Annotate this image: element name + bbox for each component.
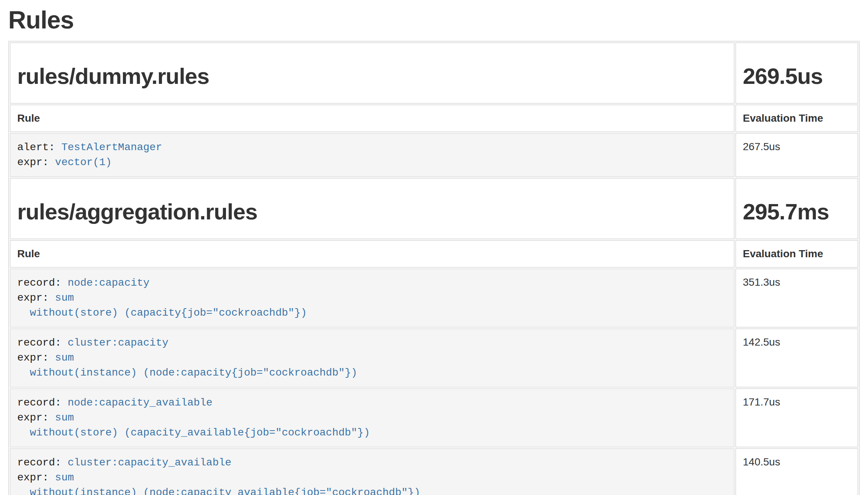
record-key-label: record: bbox=[17, 277, 67, 289]
rule-evaluation-time: 140.5us bbox=[735, 448, 858, 495]
rule-code: alert: TestAlertManager expr: vector(1) bbox=[10, 134, 734, 176]
rule-evaluation-time: 351.3us bbox=[735, 268, 858, 328]
expr-key-label: expr: bbox=[17, 352, 55, 364]
rule-row: record: cluster:capacity expr: sum witho… bbox=[10, 328, 858, 388]
rule-definition-cell: alert: TestAlertManager expr: vector(1) bbox=[10, 133, 735, 177]
rule-column-header: Rule bbox=[10, 240, 735, 268]
alert-key-label: alert: bbox=[17, 142, 61, 153]
rule-row: record: node:capacity expr: sum without(… bbox=[10, 268, 858, 328]
rule-evaluation-time: 142.5us bbox=[735, 328, 858, 388]
expr-link[interactable]: sum bbox=[55, 472, 74, 483]
record-key-label: record: bbox=[17, 457, 67, 468]
alert-name-link[interactable]: TestAlertManager bbox=[61, 142, 162, 153]
rule-group-file: rules/aggregation.rules bbox=[17, 200, 727, 224]
rule-definition-cell: record: node:capacity_available expr: su… bbox=[10, 388, 735, 447]
record-key-label: record: bbox=[17, 337, 67, 349]
rule-group-evaluation-time: 295.7ms bbox=[743, 200, 851, 224]
expr-link[interactable]: sum bbox=[55, 292, 74, 304]
expr-link[interactable]: vector(1) bbox=[55, 157, 112, 168]
rule-definition-cell: record: cluster:capacity expr: sum witho… bbox=[10, 328, 735, 388]
rules-table: rules/dummy.rules 269.5us Rule Evaluatio… bbox=[8, 41, 860, 495]
record-name-link[interactable]: node:capacity bbox=[67, 277, 149, 289]
page-title: Rules bbox=[8, 7, 860, 33]
rule-evaluation-time: 267.5us bbox=[735, 133, 858, 177]
rule-column-header: Rule bbox=[10, 104, 735, 132]
rule-group-file-cell: rules/dummy.rules bbox=[10, 42, 735, 104]
expr-key-label: expr: bbox=[17, 292, 55, 304]
expr-key-label: expr: bbox=[17, 472, 55, 483]
rule-definition-cell: record: cluster:capacity_available expr:… bbox=[10, 448, 735, 495]
record-name-link[interactable]: node:capacity_available bbox=[67, 397, 212, 409]
rule-row: record: node:capacity_available expr: su… bbox=[10, 388, 858, 447]
rule-group-evaluation-time-cell: 269.5us bbox=[735, 42, 858, 104]
rule-code: record: node:capacity_available expr: su… bbox=[10, 389, 734, 447]
rule-code: record: cluster:capacity expr: sum witho… bbox=[10, 329, 734, 387]
expr-key-label: expr: bbox=[17, 412, 55, 423]
expr-continuation-link[interactable]: without(instance) (node:capacity_availab… bbox=[17, 487, 420, 495]
rule-row: alert: TestAlertManager expr: vector(1) … bbox=[10, 133, 858, 177]
record-key-label: record: bbox=[17, 397, 67, 409]
rule-evaluation-time: 171.7us bbox=[735, 388, 858, 447]
expr-link[interactable]: sum bbox=[55, 412, 74, 423]
rule-row: record: cluster:capacity_available expr:… bbox=[10, 448, 858, 495]
rule-group-file-cell: rules/aggregation.rules bbox=[10, 178, 735, 239]
expr-continuation-link[interactable]: without(store) (capacity{job="cockroachd… bbox=[17, 307, 307, 319]
expr-continuation-link[interactable]: without(instance) (node:capacity{job="co… bbox=[17, 367, 357, 379]
rules-page: Rules rules/dummy.rules 269.5us Rule Eva… bbox=[0, 0, 868, 495]
rule-group-evaluation-time-cell: 295.7ms bbox=[735, 178, 858, 239]
rule-group-file: rules/dummy.rules bbox=[17, 64, 727, 89]
column-header-row: Rule Evaluation Time bbox=[10, 240, 858, 268]
evaluation-time-column-header: Evaluation Time bbox=[735, 240, 858, 268]
column-header-row: Rule Evaluation Time bbox=[10, 104, 858, 132]
expr-link[interactable]: sum bbox=[55, 352, 74, 364]
rule-definition-cell: record: node:capacity expr: sum without(… bbox=[10, 268, 735, 328]
evaluation-time-column-header: Evaluation Time bbox=[735, 104, 858, 132]
rule-code: record: cluster:capacity_available expr:… bbox=[10, 449, 734, 495]
expr-continuation-link[interactable]: without(store) (capacity_available{job="… bbox=[17, 427, 370, 438]
rule-group-header-row: rules/dummy.rules 269.5us bbox=[10, 42, 858, 104]
expr-key-label: expr: bbox=[17, 157, 55, 168]
rule-code: record: node:capacity expr: sum without(… bbox=[10, 269, 734, 327]
rule-group-evaluation-time: 269.5us bbox=[743, 64, 851, 89]
record-name-link[interactable]: cluster:capacity_available bbox=[67, 457, 231, 468]
rule-group-header-row: rules/aggregation.rules 295.7ms bbox=[10, 178, 858, 239]
record-name-link[interactable]: cluster:capacity bbox=[67, 337, 168, 349]
